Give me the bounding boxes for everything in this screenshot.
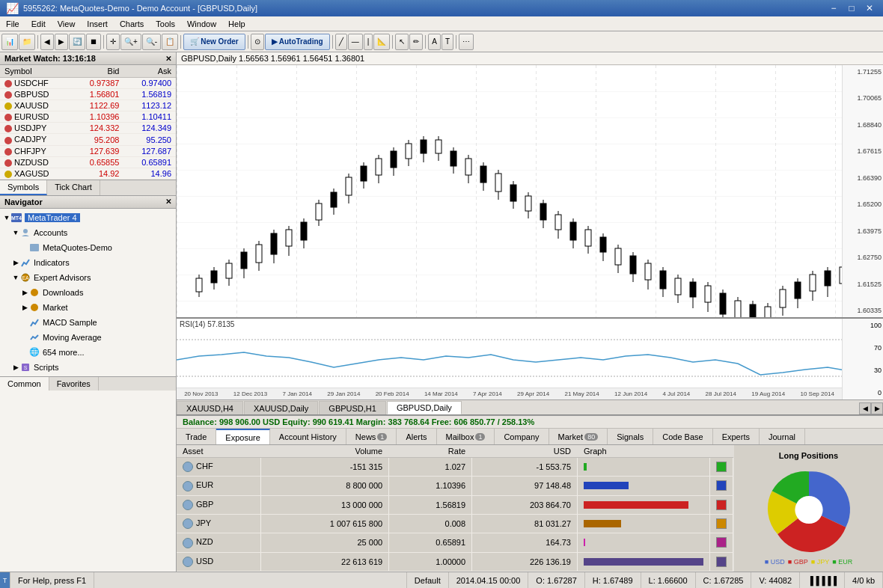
- toolbar-crosshair[interactable]: ✛: [106, 34, 120, 50]
- market-watch-close[interactable]: ✕: [165, 55, 171, 63]
- chart-scroll-left[interactable]: ◀: [859, 402, 871, 414]
- chart-tab-gbpusd-h1[interactable]: GBPUSD,H1: [319, 401, 386, 414]
- mw-tab-tick-chart[interactable]: Tick Chart: [47, 180, 100, 195]
- toolbar-zoom-out[interactable]: 🔍-: [142, 34, 161, 50]
- low-text: L: 1.66600: [649, 576, 688, 585]
- minimize-button[interactable]: −: [826, 1, 841, 15]
- terminal-tab-trade[interactable]: Trade: [177, 429, 216, 444]
- market-ask: 0.97400: [123, 78, 176, 89]
- market-row[interactable]: CHFJPY 127.639 127.687: [0, 145, 176, 156]
- menu-charts[interactable]: Charts: [114, 16, 150, 31]
- nav-indicators[interactable]: ▶ Indicators: [0, 255, 176, 270]
- toolbar-line[interactable]: ╱: [335, 34, 347, 50]
- toolbar-text-t[interactable]: T: [442, 34, 453, 50]
- toolbar-cursor[interactable]: ↖: [395, 34, 409, 50]
- toolbar-new-chart[interactable]: 📊: [1, 34, 18, 50]
- close-button[interactable]: ✕: [862, 1, 877, 15]
- autotrading-button[interactable]: ▶ AutoTrading: [265, 34, 330, 50]
- chart-rsi-area: 1.71255 1.70065 1.68840 1.67615 1.66390 …: [177, 65, 883, 414]
- toolbar-more[interactable]: ⋯: [459, 34, 474, 50]
- toolbar-zoom-in[interactable]: 🔍+: [120, 34, 141, 50]
- toolbar-text-a[interactable]: A: [428, 34, 441, 50]
- terminal-tab-exposure[interactable]: Exposure: [216, 429, 269, 444]
- menu-file[interactable]: File: [0, 16, 25, 31]
- toolbar-sep-8: [456, 35, 456, 49]
- nav-metaquotes-demo[interactable]: MetaQuotes-Demo: [0, 240, 176, 255]
- toolbar-hline[interactable]: —: [348, 34, 363, 50]
- market-row[interactable]: CADJPY 95.208 95.250: [0, 134, 176, 145]
- toolbar-refresh[interactable]: 🔄: [69, 34, 85, 50]
- menu-tools[interactable]: Tools: [150, 16, 181, 31]
- svg-point-6: [31, 289, 38, 296]
- nav-tab-common[interactable]: Common: [0, 377, 49, 391]
- market-row[interactable]: GBPUSD 1.56801 1.56819: [0, 89, 176, 100]
- x-label-10: 12 Jun 2014: [614, 391, 647, 397]
- nav-market[interactable]: ▶ Market: [0, 300, 176, 315]
- market-row[interactable]: USDCHF 0.97387 0.97400: [0, 78, 176, 89]
- terminal-tab-experts[interactable]: Experts: [713, 429, 760, 444]
- terminal-tab-news[interactable]: News 1: [346, 429, 397, 444]
- toolbar-at-icon[interactable]: ⊙: [251, 34, 264, 50]
- y-label-2: 1.70065: [844, 94, 882, 102]
- toolbar-vline[interactable]: |: [364, 34, 373, 50]
- toolbar-properties[interactable]: 📋: [162, 34, 178, 50]
- nav-root[interactable]: ▼ MT4 MetaTrader 4: [0, 210, 176, 225]
- x-label-14: 10 Sep 2014: [800, 391, 834, 397]
- exposure-row: JPY 1 007 615 800 0.008 81 031.27: [177, 514, 733, 533]
- nav-more[interactable]: 🌐 654 more...: [0, 345, 176, 360]
- chart-tab-xauusd-h4[interactable]: XAUUSD,H4: [177, 401, 243, 414]
- candle-chart[interactable]: 1.71255 1.70065 1.68840 1.67615 1.66390 …: [177, 65, 883, 317]
- nav-scripts[interactable]: ▶ S Scripts: [0, 360, 176, 375]
- terminal-tab-alerts[interactable]: Alerts: [397, 429, 436, 444]
- toolbar-forward[interactable]: ▶: [55, 34, 68, 50]
- nav-macd[interactable]: MACD Sample: [0, 315, 176, 330]
- maximize-button[interactable]: □: [844, 1, 859, 15]
- svg-rect-49: [450, 151, 456, 166]
- x-label-7: 7 Apr 2014: [473, 391, 502, 397]
- chart-scroll-right[interactable]: ▶: [871, 402, 883, 414]
- menu-window[interactable]: Window: [181, 16, 222, 31]
- mw-tab-symbols[interactable]: Symbols: [0, 180, 47, 195]
- market-row[interactable]: XAGUSD 14.92 14.96: [0, 168, 176, 179]
- toolbar-pencil[interactable]: ✏: [409, 34, 423, 50]
- status-time: 2014.04.15 00:00: [449, 572, 529, 588]
- nav-market-arrow: ▶: [21, 304, 28, 311]
- nav-scripts-label: Scripts: [34, 363, 59, 372]
- nav-expert-advisors[interactable]: ▼ EA Expert Advisors: [0, 270, 176, 285]
- market-row[interactable]: XAUUSD 1122.69 1123.12: [0, 100, 176, 111]
- terminal-tab-account-history[interactable]: Account History: [270, 429, 346, 444]
- terminal-tab-market[interactable]: Market 80: [549, 429, 608, 444]
- nav-more-label: 654 more...: [43, 348, 85, 357]
- col-volume: Volume: [261, 445, 389, 458]
- menu-insert[interactable]: Insert: [81, 16, 114, 31]
- y-label-8: 1.62750: [844, 254, 882, 261]
- terminal-tab-company[interactable]: Company: [495, 429, 549, 444]
- market-row[interactable]: USDJPY 124.332 124.349: [0, 123, 176, 134]
- chart-tab-gbpusd-daily[interactable]: GBPUSD,Daily: [387, 401, 462, 414]
- terminal-tab-codebase[interactable]: Code Base: [653, 429, 712, 444]
- toolbar-back[interactable]: ◀: [40, 34, 54, 50]
- chart-tab-xauusd-daily[interactable]: XAUUSD,Daily: [244, 401, 318, 414]
- market-row[interactable]: EURUSD 1.10396 1.10411: [0, 111, 176, 123]
- terminal-tab-mailbox[interactable]: Mailbox 1: [437, 429, 495, 444]
- navigator-close[interactable]: ✕: [165, 197, 171, 206]
- nav-ma[interactable]: Moving Average: [0, 330, 176, 345]
- navigator-header: Navigator ✕: [0, 196, 176, 209]
- toolbar-fib[interactable]: 📐: [373, 34, 390, 50]
- nav-downloads[interactable]: ▶ Downloads: [0, 285, 176, 300]
- svg-rect-55: [495, 174, 501, 192]
- status-kbps-text: 4/0 kb: [845, 572, 883, 588]
- market-row[interactable]: NZDUSD 0.65855 0.65891: [0, 156, 176, 168]
- menu-help[interactable]: Help: [222, 16, 251, 31]
- terminal-tab-journal[interactable]: Journal: [760, 429, 805, 444]
- menu-edit[interactable]: Edit: [25, 16, 52, 31]
- new-order-button[interactable]: 🛒 New Order: [183, 34, 245, 50]
- toolbar-stop[interactable]: ⏹: [86, 34, 101, 50]
- chart-x-axis: 20 Nov 2013 12 Dec 2013 7 Jan 2014 29 Ja…: [177, 388, 842, 399]
- nav-accounts[interactable]: ▼ Accounts: [0, 225, 176, 240]
- menu-view[interactable]: View: [52, 16, 82, 31]
- toolbar-open[interactable]: 📁: [19, 34, 35, 50]
- terminal-tab-signals[interactable]: Signals: [608, 429, 653, 444]
- nav-tab-favorites[interactable]: Favorites: [49, 377, 99, 391]
- rsi-y-0: 0: [844, 389, 882, 396]
